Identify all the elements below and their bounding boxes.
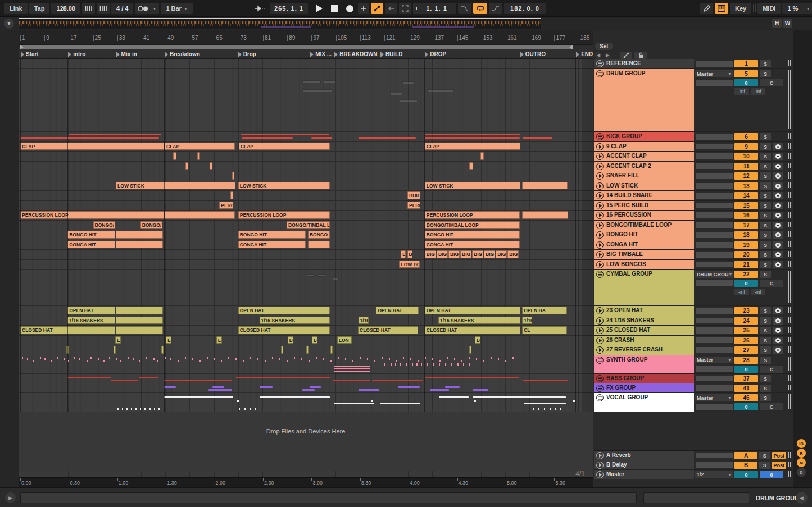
clip[interactable] xyxy=(469,162,473,170)
track-name[interactable]: LOW BONGOS xyxy=(594,260,694,269)
loop-start-field[interactable]: 1. 1. 1 xyxy=(417,3,456,14)
key-map-button[interactable]: Key xyxy=(730,3,751,14)
io-chooser[interactable] xyxy=(695,231,733,239)
arm-button[interactable] xyxy=(773,153,783,160)
bar-number[interactable]: 57 xyxy=(192,35,198,41)
arrangement-lane-25-closed-hat[interactable]: CLOSED HATCLOSED HATCLOSED HATCLOSED HAT… xyxy=(19,326,593,336)
io-chooser[interactable] xyxy=(695,143,733,150)
clip[interactable]: LOW STICK xyxy=(238,182,330,189)
track-header-low-bongos[interactable]: LOW BONGOS21S xyxy=(594,260,792,270)
clip[interactable]: BIG xyxy=(437,250,448,258)
clip[interactable] xyxy=(469,346,471,354)
unfold-track-icon[interactable] xyxy=(596,163,604,170)
track-number-box[interactable]: 15 xyxy=(734,202,758,209)
punch-out-icon[interactable] xyxy=(489,3,502,14)
arrangement-lane-23-open-hat[interactable]: OPEN HATOPEN HATOPEN HATOPEN HATOPEN HA xyxy=(19,306,593,316)
bar-number[interactable]: 153 xyxy=(483,35,493,41)
unfold-track-icon[interactable] xyxy=(596,337,604,344)
solo-button[interactable]: S xyxy=(760,153,771,160)
locator-drop[interactable]: DROP xyxy=(425,50,446,58)
collapse-overview-icon[interactable]: ▼ xyxy=(4,19,14,29)
unfold-track-icon[interactable] xyxy=(596,172,604,180)
clip[interactable]: 1/16 SHAKERS xyxy=(260,317,330,324)
arm-button[interactable] xyxy=(773,231,783,239)
arm-button[interactable] xyxy=(773,202,783,209)
io-chooser[interactable] xyxy=(695,153,733,160)
arm-button[interactable] xyxy=(773,212,783,219)
drop-area[interactable]: Drop Files and Devices Here xyxy=(19,412,593,471)
group-fold-icon[interactable] xyxy=(596,375,604,382)
clip[interactable] xyxy=(210,162,212,170)
link-track-icon[interactable] xyxy=(620,52,632,59)
track-number-box[interactable]: 11 xyxy=(734,163,758,170)
bar-number[interactable]: 49 xyxy=(167,35,174,41)
solo-button[interactable]: S xyxy=(759,452,770,459)
set-locator-button[interactable]: Set xyxy=(595,43,613,50)
track-number-box[interactable]: 41 xyxy=(734,385,758,392)
time-ruler[interactable]: 0:000:301:001:302:002:303:003:304:004:30… xyxy=(19,477,593,487)
track-header-bongo-hit[interactable]: BONGO HIT18S xyxy=(594,230,792,240)
send-knob-value[interactable]: -inf xyxy=(734,289,749,295)
io-chooser[interactable] xyxy=(695,452,733,459)
track-header-16-percussion[interactable]: 16 PERCUSSION16S xyxy=(594,211,792,221)
beat-time-ruler[interactable]: 1917253341495765738189971051131211291371… xyxy=(19,30,593,45)
arrangement-lane-synth-group[interactable] xyxy=(19,355,593,374)
locator-drop[interactable]: Drop xyxy=(238,50,256,58)
track-name[interactable]: Master xyxy=(594,470,694,479)
clip[interactable]: CLAP xyxy=(425,143,520,150)
solo-button[interactable]: S xyxy=(760,346,771,354)
arrangement-lane-fx-group[interactable] xyxy=(19,383,593,393)
clip[interactable]: PERCUSSION LOOP xyxy=(238,211,330,219)
solo-button[interactable]: S xyxy=(759,462,770,469)
track-number-box[interactable]: 23 xyxy=(734,307,758,314)
clip[interactable]: OPEN HAT xyxy=(67,307,115,314)
draw-mode-icon[interactable] xyxy=(399,3,411,14)
crossfade-box[interactable]: C xyxy=(760,280,783,287)
bar-number[interactable]: 1 xyxy=(22,35,25,41)
io-chooser[interactable] xyxy=(695,202,733,209)
send-knob-value[interactable]: -inf xyxy=(734,88,749,95)
track-number-box[interactable]: 27 xyxy=(734,346,758,354)
track-number-box[interactable]: 1 xyxy=(734,60,758,67)
arrangement-lane-low-bongos[interactable]: LOW BO xyxy=(19,260,593,270)
arrangement-lane-snaer-fill[interactable] xyxy=(19,171,593,181)
clip[interactable] xyxy=(522,211,569,219)
track-header-accent-clap-2[interactable]: ACCENT CLAP 211S xyxy=(594,162,792,171)
record-button[interactable] xyxy=(343,2,357,15)
mixer-section-toggle-m[interactable]: M xyxy=(797,458,806,467)
clip[interactable]: 1/16 SHAKERS xyxy=(438,317,520,324)
output-routing-menu[interactable]: DRUM GROU▼ xyxy=(695,271,733,278)
show-full-height-button[interactable]: H xyxy=(772,19,782,28)
clip[interactable]: CLAP xyxy=(239,143,330,150)
track-number-box[interactable]: 10 xyxy=(734,153,758,160)
arm-button[interactable] xyxy=(773,241,783,249)
solo-button[interactable]: S xyxy=(760,133,771,140)
solo-button[interactable]: S xyxy=(760,163,771,170)
clip[interactable] xyxy=(306,346,309,354)
track-name[interactable]: 14 BUILD SNARE xyxy=(594,191,694,200)
bar-number[interactable]: 161 xyxy=(507,35,517,41)
arrangement-lane-kick-group[interactable] xyxy=(19,132,593,142)
track-header-big-timbale[interactable]: BIG TIMBALE20S xyxy=(594,250,792,260)
track-header-23-open-hat[interactable]: 23 OPEN HAT23S xyxy=(594,306,792,316)
loop-end-handle[interactable] xyxy=(569,45,573,49)
bar-number[interactable]: 25 xyxy=(95,35,101,41)
loop-brace[interactable] xyxy=(19,45,593,49)
track-header-vocal-group[interactable]: VOCAL GROUPMaster▼46S0C xyxy=(594,393,792,412)
track-number-box[interactable]: 17 xyxy=(734,222,758,229)
clip[interactable] xyxy=(522,182,568,189)
track-name[interactable]: 15 PERC BUILD xyxy=(594,201,694,210)
track-name[interactable]: 25 CLOSED HAT xyxy=(594,326,694,335)
arrangement-lane-9-clap[interactable]: CLAPCLAPCLAPCLAP xyxy=(19,142,593,152)
solo-button[interactable]: S xyxy=(760,241,771,249)
group-fold-icon[interactable] xyxy=(596,357,604,364)
clip[interactable]: BONGO HIT xyxy=(238,231,306,239)
clip[interactable]: CLAP xyxy=(165,143,235,150)
arrangement-lane-big-timbale[interactable]: BIGBIGBIGBIGBIGBIGBIGBIGBIGBIG xyxy=(19,250,593,260)
clip[interactable]: PERCUSSION LOOP xyxy=(425,211,520,219)
clip[interactable]: BIG xyxy=(401,250,406,258)
return-track-master[interactable]: Master1/2▼00 xyxy=(594,470,792,479)
track-number-box[interactable]: 20 xyxy=(734,251,758,258)
io-chooser[interactable] xyxy=(695,79,733,86)
solo-button[interactable]: S xyxy=(760,182,771,190)
